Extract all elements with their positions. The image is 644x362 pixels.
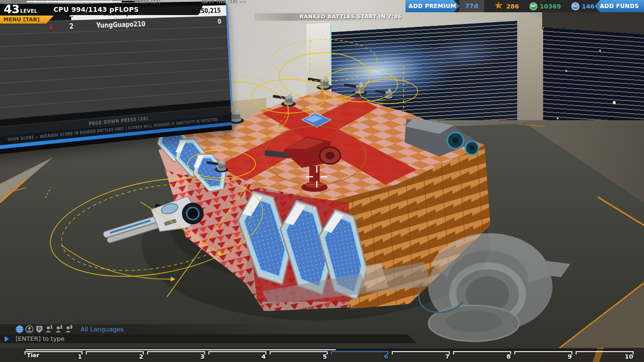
rp-amount: 10369 bbox=[540, 3, 561, 10]
squad-channel-icon[interactable]: 2 bbox=[55, 325, 63, 333]
gc-icon: GC bbox=[571, 2, 579, 10]
tier-segment-10[interactable]: 10 bbox=[576, 351, 634, 361]
player-level: 43 bbox=[4, 4, 19, 15]
svg-text:2: 2 bbox=[60, 325, 63, 329]
level-progress-bar bbox=[27, 1, 134, 2]
tier-segments: 12345678910 bbox=[25, 351, 634, 361]
cpu-usage: CPU 994/1143 pFLOPS bbox=[53, 6, 139, 13]
currency-bar: ADD PREMIUM 77d ★ 5 286 RP 10369 GC 146 … bbox=[405, 0, 644, 12]
robocraft-garage-screen: 1MistaSpaz3,250,215♟2YungGuapo2100 PAGE … bbox=[0, 0, 644, 362]
star-level-group: ★ 5 286 bbox=[495, 1, 519, 11]
next-tier-hint[interactable]: NEXT TIER (10) >> bbox=[202, 0, 247, 4]
chat-channel-bar: P123 All Languages bbox=[0, 324, 292, 334]
self-marker-icon: ♟ bbox=[48, 24, 53, 31]
chat-arrow-icon bbox=[5, 336, 9, 342]
squad-channel-icon[interactable]: 3 bbox=[65, 325, 73, 333]
galaxy-cash-group: GC 146 bbox=[571, 2, 594, 10]
chat-type-prompt: [ENTER] to type bbox=[16, 335, 65, 342]
platform-channel-icon[interactable]: P bbox=[35, 325, 43, 333]
tier-selector-bar: Tier 12345678910 bbox=[0, 348, 644, 362]
tier-segment-3[interactable]: 3 bbox=[147, 351, 205, 361]
level-label: LEVEL bbox=[20, 8, 38, 14]
tier-label: Tier bbox=[27, 352, 39, 359]
tier-segment-8[interactable]: 8 bbox=[453, 351, 511, 361]
level-cpu-bar: 43 LEVEL CPU 994/1143 pFLOPS bbox=[0, 4, 204, 15]
rp-icon: RP bbox=[529, 2, 537, 10]
ranked-battles-banner: RANKED BATTLES START IN 7:36 bbox=[255, 13, 447, 21]
gc-amount: 146 bbox=[582, 3, 594, 10]
menu-button[interactable]: MENU [TAB] bbox=[0, 16, 54, 24]
globe-channel-icon[interactable] bbox=[16, 325, 24, 333]
tier-progress-line bbox=[26, 349, 633, 350]
squad-channel-icon[interactable]: 1 bbox=[45, 325, 53, 333]
tier-segment-7[interactable]: 7 bbox=[392, 351, 450, 361]
svg-text:3: 3 bbox=[70, 325, 73, 329]
star-icon: ★ 5 bbox=[495, 1, 504, 11]
tier-segment-4[interactable]: 4 bbox=[208, 351, 266, 361]
tier-segment-9[interactable]: 9 bbox=[514, 351, 572, 361]
svg-text:1: 1 bbox=[50, 325, 53, 329]
row-score: 0 bbox=[161, 17, 227, 27]
chat-channel-icons: P123 bbox=[16, 325, 73, 333]
tier-segment-2[interactable]: 2 bbox=[86, 351, 144, 361]
tier-segment-6[interactable]: 6 bbox=[331, 351, 389, 361]
leaderboard-monitor: 1MistaSpaz3,250,215♟2YungGuapo2100 PAGE … bbox=[0, 1, 232, 155]
premium-days-remaining: 77d bbox=[459, 0, 484, 12]
add-premium-button[interactable]: ADD PREMIUM bbox=[405, 0, 459, 12]
svg-text:P: P bbox=[38, 327, 41, 331]
star-count: 286 bbox=[506, 3, 519, 10]
chat-language-filter[interactable]: All Languages bbox=[81, 326, 124, 333]
add-funds-button[interactable]: ADD FUNDS bbox=[594, 0, 644, 12]
player-channel-icon[interactable] bbox=[25, 325, 33, 333]
chat-input-bar[interactable]: [ENTER] to type bbox=[0, 334, 417, 343]
robit-points-group: RP 10369 bbox=[529, 2, 561, 10]
tier-segment-5[interactable]: 5 bbox=[270, 351, 328, 361]
row-player-name: YungGuapo210 bbox=[79, 19, 161, 30]
